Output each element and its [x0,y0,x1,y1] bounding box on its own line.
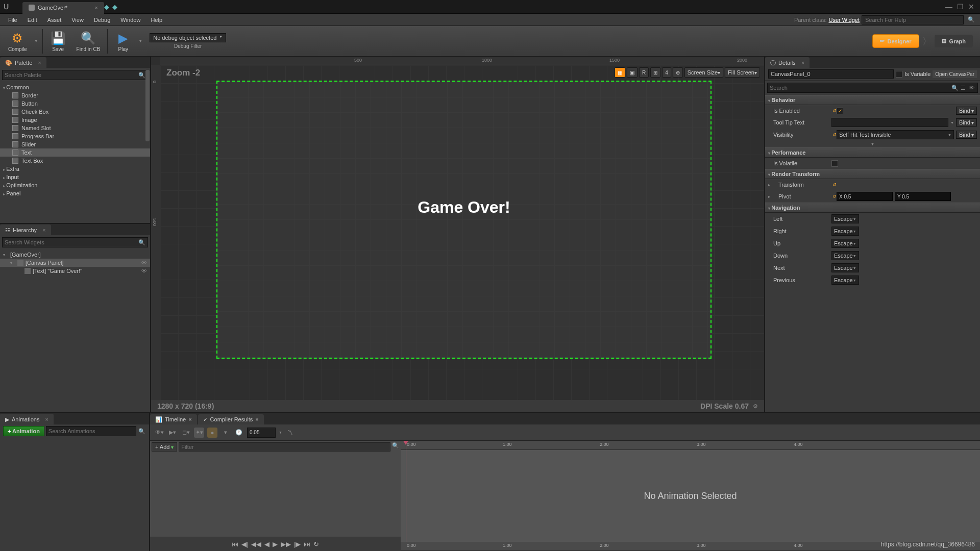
debug-object-select[interactable]: No debug object selected ▼ [150,33,226,42]
canvas-text-widget[interactable]: Game Over! [216,198,712,217]
nav-up-select[interactable]: Escape▼ [831,239,859,248]
is-variable-checkbox[interactable] [896,71,902,78]
help-search-input[interactable] [862,15,964,24]
nav-right-select[interactable]: Escape▼ [831,227,859,236]
menu-help[interactable]: Help [145,15,167,24]
step-back-icon[interactable]: ◀◀ [251,540,261,548]
hierarchy-text-widget[interactable]: [Text] "Game Over!"👁 [0,267,150,275]
search-icon[interactable]: 🔍 [136,428,148,435]
category-performance[interactable]: Performance [765,147,980,158]
graph-mode-button[interactable]: ⊞ Graph [935,35,973,47]
details-search-input[interactable] [770,85,951,91]
menu-file[interactable]: File [3,15,22,24]
visibility-icon[interactable]: 👁 [141,268,147,274]
parent-class-link[interactable]: User Widget [828,17,860,23]
search-icon[interactable]: 🔍 [951,85,959,91]
palette-category-panel[interactable]: Panel [0,189,150,197]
playhead[interactable] [406,441,406,551]
menu-window[interactable]: Window [115,15,145,24]
pivot-y-input[interactable] [895,192,951,201]
notification-icon[interactable]: ◆ [112,3,117,11]
curve-editor-icon[interactable]: 〽 [285,428,296,438]
key-button-icon[interactable]: ✦▾ [194,428,204,438]
timeline-tab[interactable]: 📊 Timeline× [150,414,197,424]
to-start-icon[interactable]: ⏮ [232,540,238,548]
eye-icon[interactable]: 👁 [967,85,975,91]
menu-debug[interactable]: Debug [89,15,115,24]
play-dropdown[interactable]: ▼ [136,39,144,43]
designer-mode-button[interactable]: ✏ Designer [872,34,919,48]
animations-search-input[interactable] [46,426,136,436]
animations-tab[interactable]: ▶ Animations× [0,414,54,425]
search-icon[interactable]: 🔍 [138,239,145,246]
palette-item-slider[interactable]: Slider [0,140,150,148]
widget-name-input[interactable] [768,69,894,79]
category-render-transform[interactable]: Render Transform [765,169,980,179]
tooltip-input[interactable] [831,118,948,127]
menu-view[interactable]: View [66,15,89,24]
palette-item-textbox[interactable]: Text Box [0,157,150,165]
vp-outline-button[interactable]: ▣ [627,67,638,78]
minimize-button[interactable]: — [944,2,953,11]
help-search-icon[interactable]: 🔍 [968,16,975,23]
hierarchy-search-input[interactable] [5,239,138,245]
palette-search-input[interactable] [5,72,138,78]
playback-play-icon[interactable]: ▶▾ [167,428,178,438]
palette-category-optimization[interactable]: Optimization [0,181,150,189]
vp-r-button[interactable]: R [639,67,649,78]
close-icon[interactable]: × [188,416,191,422]
compile-dropdown[interactable]: ▼ [32,39,40,43]
nav-down-select[interactable]: Escape▼ [831,251,859,260]
time-input[interactable] [247,428,276,438]
filter-icon[interactable]: ☰ [959,85,967,91]
menu-asset[interactable]: Asset [42,15,67,24]
track-filter-input[interactable] [179,442,390,452]
nav-left-select[interactable]: Escape▼ [831,214,859,223]
palette-scrollbar[interactable] [145,70,150,141]
isenabled-checkbox[interactable] [837,108,843,114]
save-button[interactable]: 💾 Save [45,29,71,54]
volatile-checkbox[interactable] [831,160,838,167]
expand-icon[interactable]: ▸ [768,183,773,187]
vp-grid-button[interactable]: ⊞ [650,67,660,78]
close-window-button[interactable]: ✕ [967,2,976,11]
pivot-x-input[interactable] [837,192,893,201]
bind-button[interactable]: Bind▾ [956,118,977,127]
reset-icon[interactable]: ↺ [832,182,837,187]
palette-item-text[interactable]: Text [0,148,150,157]
hierarchy-tab[interactable]: ☷ Hierarchy× [0,224,51,236]
palette-item-border[interactable]: Border [0,91,150,99]
play-button[interactable]: ▶ Play [110,29,136,54]
document-tab[interactable]: GameOver* × [22,2,104,14]
nav-next-select[interactable]: Escape▼ [831,263,859,272]
play-forward-icon[interactable]: ▶ [273,540,278,548]
close-icon[interactable]: × [801,60,804,66]
compiler-results-tab[interactable]: ✓ Compiler Results× [198,414,264,424]
autokey-icon[interactable]: ● [207,428,217,438]
bind-button[interactable]: Bind▾ [956,107,977,115]
palette-item-namedslot[interactable]: Named Slot [0,124,150,132]
expand-advanced-icon[interactable]: ▼ [765,141,980,147]
to-end-icon[interactable]: ⏭ [304,540,310,548]
reset-icon[interactable]: ↺ [832,108,837,113]
expand-icon[interactable]: ▸ [768,194,773,199]
step-fwd-icon[interactable]: ▶▶ [281,540,291,548]
find-in-cb-button[interactable]: 🔍 Find in CB [71,29,106,54]
vp-layout-button[interactable]: ▦ [615,67,625,78]
palette-item-button[interactable]: Button [0,99,150,108]
search-icon[interactable]: 🔍 [392,442,399,452]
close-icon[interactable]: × [255,416,258,422]
close-icon[interactable]: × [42,227,45,233]
vp-gridsnap-button[interactable]: 4 [662,67,671,78]
add-animation-button[interactable]: + Animation [3,426,44,436]
maximize-button[interactable]: ☐ [955,2,965,11]
hierarchy-root[interactable]: ▾[GameOver] [0,251,150,259]
loop-icon[interactable]: ↻ [313,540,319,548]
vp-screensize-select[interactable]: Screen Size ▾ [684,67,723,78]
category-behavior[interactable]: Behavior [765,95,980,105]
palette-category-extra[interactable]: Extra [0,165,150,173]
reset-icon[interactable]: ↺ [832,194,837,199]
category-navigation[interactable]: Navigation [765,203,980,213]
close-tab-icon[interactable]: × [95,5,98,11]
vp-loc-button[interactable]: ⊕ [673,67,683,78]
